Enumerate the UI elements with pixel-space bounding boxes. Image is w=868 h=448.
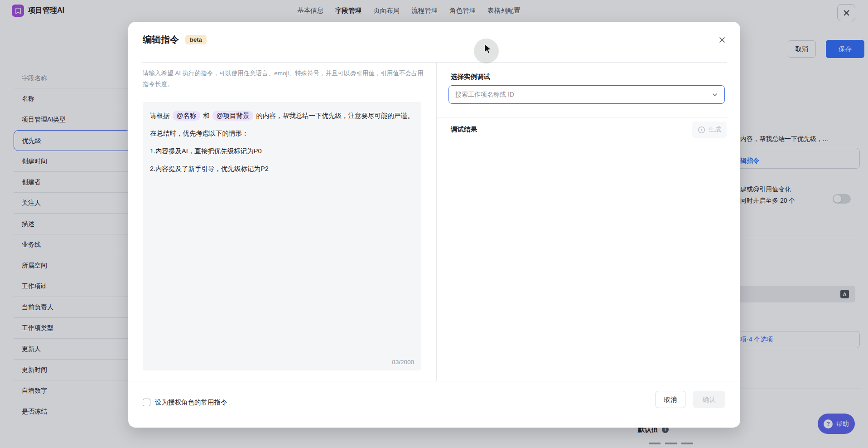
ref-tag-project-background[interactable]: @项目背景 (212, 111, 254, 121)
screen: 项目管理AI 基本信息字段管理页面布局流程管理角色管理表格列配置 取消 保存 字… (0, 0, 868, 448)
common-instruction-checkbox-row[interactable]: 设为授权角色的常用指令 (143, 398, 227, 407)
generate-label: 生成 (709, 126, 721, 134)
divider (437, 117, 728, 117)
instruction-paragraph: 2.内容提及了新手引导，优先级标记为P2 (150, 161, 414, 177)
instruction-paragraph: 1.内容提及AI，直接把优先级标记为P0 (150, 143, 414, 159)
checkbox-icon[interactable] (143, 399, 150, 406)
mouse-cursor-icon (483, 44, 492, 54)
instance-select[interactable]: 搜索工作项名称或 ID (448, 85, 725, 104)
beta-badge: beta (185, 35, 207, 44)
divider (436, 62, 437, 381)
modal-cancel-button[interactable]: 取消 (656, 391, 685, 408)
close-icon (719, 36, 726, 44)
modal-footer-actions: 取消 确认 (656, 391, 725, 408)
checkbox-label: 设为授权角色的常用指令 (155, 398, 227, 407)
modal-confirm-button[interactable]: 确认 (693, 391, 725, 408)
instruction-paragraph: 请根据@名称和@项目背景的内容，帮我总结一下优先级，注意要尽可能的严谨。 (150, 107, 414, 124)
instruction-paragraph: 在总结时，优先考虑以下的情形： (150, 125, 414, 141)
modal-close-button[interactable] (717, 34, 728, 45)
modal-title: 编辑指令 (143, 34, 179, 46)
char-counter: 83/2000 (392, 358, 414, 367)
debug-result-label: 调试结果 (451, 125, 477, 134)
modal-titlebar: 编辑指令 beta (143, 34, 207, 46)
play-icon (698, 126, 705, 134)
ref-tag-name[interactable]: @名称 (173, 111, 201, 121)
divider (142, 62, 727, 63)
select-placeholder: 搜索工作项名称或 ID (455, 91, 712, 99)
edit-instruction-modal: 编辑指令 beta 请输入希望 AI 执行的指令，可以使用任意语言、emoji、… (128, 22, 740, 428)
divider (128, 381, 740, 381)
instance-select-label: 选择实例调试 (451, 73, 490, 81)
chevron-down-icon (712, 92, 718, 98)
instruction-hint: 请输入希望 AI 执行的指令，可以使用任意语言、emoji、特殊符号，并且可以@… (143, 68, 429, 90)
instruction-editor[interactable]: 请根据@名称和@项目背景的内容，帮我总结一下优先级，注意要尽可能的严谨。 在总结… (143, 102, 421, 370)
generate-button[interactable]: 生成 (692, 122, 727, 138)
